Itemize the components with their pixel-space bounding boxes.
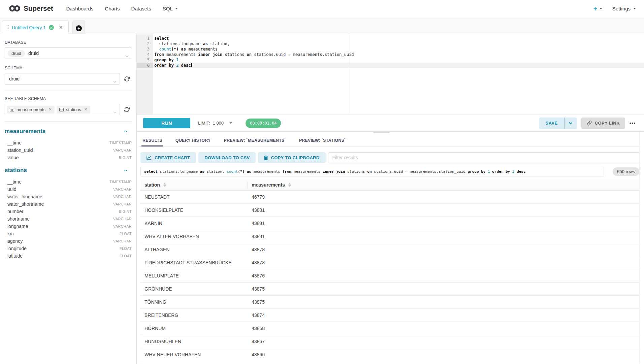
settings-menu[interactable]: Settings bbox=[612, 6, 636, 11]
query-success-icon bbox=[49, 25, 54, 30]
column-name: __time bbox=[7, 140, 22, 145]
column-row: longitudeFLOAT bbox=[5, 245, 132, 252]
table-row: GRÖNHUDE43875 bbox=[140, 283, 639, 296]
table-name-title: stations bbox=[5, 167, 27, 174]
column-header-measurements[interactable]: measurements bbox=[248, 182, 291, 188]
results-tab-4[interactable]: PREVIEW: `STATIONS` bbox=[298, 136, 347, 146]
copy-link-button[interactable]: COPY LINK bbox=[581, 118, 625, 129]
code-line: select bbox=[154, 36, 354, 41]
save-button[interactable]: SAVE bbox=[539, 118, 564, 129]
cell-measurements: 43874 bbox=[248, 312, 265, 318]
nav-item-sql[interactable]: SQL bbox=[157, 6, 184, 11]
column-row: uuidVARCHAR bbox=[5, 186, 132, 193]
cell-measurements: 46779 bbox=[248, 194, 265, 200]
column-type: TIMESTAMP bbox=[109, 141, 132, 145]
drag-handle-icon[interactable] bbox=[6, 25, 9, 30]
copy-clipboard-button[interactable]: COPY TO CLIPBOARD bbox=[258, 152, 325, 163]
table-row: HUNDSMÜHLEN43867 bbox=[140, 335, 639, 348]
column-row: water_longnameVARCHAR bbox=[5, 193, 132, 200]
limit-label: LIMIT: bbox=[198, 121, 210, 126]
sort-icon[interactable] bbox=[163, 183, 166, 187]
column-row: latitudeFLOAT bbox=[5, 252, 132, 260]
superset-brand[interactable]: Superset bbox=[9, 4, 53, 12]
column-name: longitude bbox=[7, 246, 27, 251]
remove-table-icon[interactable]: ✕ bbox=[84, 107, 88, 112]
caret-down-icon bbox=[633, 8, 636, 9]
column-type: VARCHAR bbox=[113, 148, 132, 152]
table-pill-label: measurements bbox=[17, 107, 45, 112]
column-type: FLOAT bbox=[120, 232, 132, 236]
download-csv-button[interactable]: DOWNLOAD TO CSV bbox=[198, 152, 256, 163]
column-list: __timeTIMESTAMPstation_uuidVARCHARvalueB… bbox=[5, 139, 132, 161]
editor-toolbar: RUN LIMIT: 1 000 00:00:01.04 SAVE COPY L… bbox=[137, 115, 644, 132]
collapse-caret-icon[interactable] bbox=[124, 169, 128, 172]
plus-circle-icon: + bbox=[76, 25, 82, 31]
column-type: VARCHAR bbox=[113, 187, 132, 191]
cell-station: MELLUMPLATE bbox=[140, 273, 248, 278]
text-cursor bbox=[191, 63, 192, 67]
sqllab-left-panel: DATABASE druid druid SCHEMA druid SEE TA… bbox=[0, 34, 137, 364]
cell-station: HÖRNUM bbox=[140, 326, 248, 331]
results-tabbar: RESULTSQUERY HISTORYPREVIEW: `MEASUREMEN… bbox=[139, 136, 639, 147]
caret-down-icon bbox=[175, 8, 178, 9]
database-select[interactable]: druid druid bbox=[5, 47, 132, 59]
schema-select[interactable]: druid bbox=[5, 73, 120, 85]
editor-gutter: 123456 bbox=[137, 34, 153, 114]
filter-results-input[interactable] bbox=[328, 152, 640, 163]
nav-item-datasets[interactable]: Datasets bbox=[126, 6, 157, 11]
column-header-station[interactable]: station bbox=[140, 182, 248, 188]
results-tab-1[interactable]: RESULTS bbox=[141, 136, 163, 146]
sql-editor[interactable]: 123456 select stations.longname as stati… bbox=[137, 34, 644, 115]
results-tab-3[interactable]: PREVIEW: `MEASUREMENTS` bbox=[223, 136, 287, 146]
save-caret-button[interactable] bbox=[565, 118, 577, 129]
table-pill-label: stations bbox=[66, 107, 81, 112]
run-button[interactable]: RUN bbox=[143, 118, 190, 128]
new-item-button[interactable]: + bbox=[593, 5, 602, 12]
results-tab-2[interactable]: QUERY HISTORY bbox=[174, 136, 212, 146]
scroll-gutter-line bbox=[639, 132, 640, 364]
column-name: uuid bbox=[7, 187, 16, 192]
table-icon bbox=[10, 108, 14, 111]
table-row: ALTHAGEN43878 bbox=[140, 243, 639, 256]
caret-down-icon bbox=[229, 122, 232, 124]
cell-measurements: 43876 bbox=[248, 273, 265, 278]
cell-station: WHV ALTER VORHAFEN bbox=[140, 234, 248, 239]
table-pill-measurements[interactable]: measurements✕ bbox=[7, 106, 55, 113]
plus-icon: + bbox=[593, 5, 597, 12]
chevron-down-icon bbox=[113, 78, 117, 84]
table-select[interactable]: measurements✕stations✕ bbox=[5, 104, 120, 115]
column-name: value bbox=[7, 155, 19, 160]
nav-item-charts[interactable]: Charts bbox=[99, 6, 125, 11]
refresh-schema-icon[interactable] bbox=[124, 76, 130, 82]
nav-item-dashboards[interactable]: Dashboards bbox=[60, 6, 99, 11]
column-list: __timeTIMESTAMPuuidVARCHARwater_longname… bbox=[5, 178, 132, 260]
add-tab-button[interactable]: + bbox=[72, 21, 85, 34]
database-type-badge: druid bbox=[8, 50, 25, 57]
remove-table-icon[interactable]: ✕ bbox=[49, 107, 52, 112]
brand-title: Superset bbox=[24, 4, 53, 12]
sort-icon[interactable] bbox=[288, 183, 291, 187]
tab-untitled-query[interactable]: Untitled Query 1 ✕ bbox=[2, 21, 69, 34]
schema-section-stations: stations__timeTIMESTAMPuuidVARCHARwater_… bbox=[5, 166, 132, 260]
limit-dropdown[interactable]: LIMIT: 1 000 bbox=[198, 121, 232, 126]
column-row: kmFLOAT bbox=[5, 230, 132, 237]
table-row: NEUSTADT46779 bbox=[140, 191, 639, 204]
results-actions: CREATE CHART DOWNLOAD TO CSV COPY TO CLI… bbox=[139, 152, 639, 163]
clipboard-icon bbox=[264, 155, 268, 160]
refresh-tables-icon[interactable] bbox=[124, 107, 130, 112]
pane-resize-handle[interactable] bbox=[374, 132, 390, 136]
results-table: station measurements bbox=[140, 179, 639, 361]
table-row: HÖRNUM43868 bbox=[140, 322, 639, 335]
line-number: 2 bbox=[137, 41, 153, 46]
collapse-caret-icon[interactable] bbox=[124, 130, 128, 133]
column-row: __timeTIMESTAMP bbox=[5, 139, 132, 146]
editor-code[interactable]: select stations.longname as station, cou… bbox=[154, 36, 354, 68]
close-tab-icon[interactable]: ✕ bbox=[59, 25, 63, 30]
cell-station: GRÖNHUDE bbox=[140, 286, 248, 292]
table-pill-stations[interactable]: stations✕ bbox=[57, 106, 90, 113]
column-type: VARCHAR bbox=[113, 217, 132, 221]
create-chart-button[interactable]: CREATE CHART bbox=[140, 152, 196, 163]
more-actions-button[interactable]: ••• bbox=[630, 121, 636, 126]
divider bbox=[5, 91, 132, 91]
cell-measurements: 43881 bbox=[248, 207, 265, 213]
